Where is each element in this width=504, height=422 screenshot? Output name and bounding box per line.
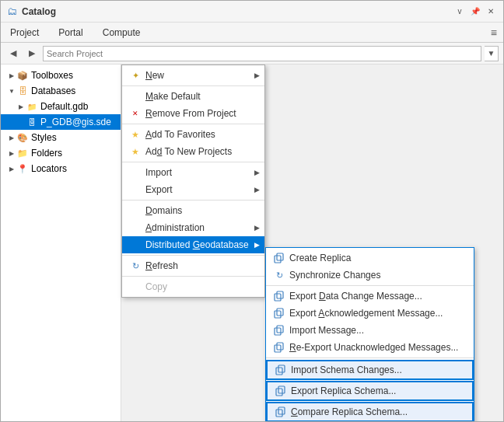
styles-icon: 🎨 (16, 131, 29, 144)
menu-item-import-message[interactable]: Import Message... (266, 322, 474, 339)
search-dropdown-button[interactable]: ▼ (485, 46, 499, 61)
svg-rect-9 (277, 343, 283, 350)
menu-item-remove-from-project[interactable]: ✕ Remove From Project (122, 105, 264, 122)
menu-label-compare-replica-schema: Compare Replica Schema... (291, 406, 408, 417)
menu-item-add-new-projects[interactable]: ★ Add To New Projects (122, 143, 264, 160)
back-button[interactable]: ◀ (5, 46, 21, 61)
forward-button[interactable]: ▶ (24, 46, 40, 61)
menu-item-refresh[interactable]: ↻ Refresh (122, 257, 264, 274)
svg-rect-1 (277, 253, 283, 260)
tree-panel: ▶ 📦 Toolboxes ▼ 🗄 Databases ▶ 📁 Default.… (1, 65, 121, 421)
menu-item-add-favorites[interactable]: ★ Add To Favorites (122, 126, 264, 143)
tree-item-p-gdb-sde[interactable]: 🗄 P_GDB@gis.sde (1, 114, 121, 130)
tree-arrow-toolboxes: ▶ (7, 71, 16, 80)
import-msg-icon (272, 324, 286, 337)
svg-rect-2 (275, 294, 281, 301)
menu-label-remove: Remove From Project (145, 108, 236, 119)
remove-icon: ✕ (128, 107, 142, 120)
svg-rect-12 (276, 389, 282, 396)
toolbar: ◀ ▶ ▼ (1, 43, 503, 65)
menu-label-add-new-projects: Add To New Projects (145, 146, 232, 157)
tree-label-folders: Folders (31, 148, 62, 159)
tree-item-databases[interactable]: ▼ 🗄 Databases (1, 83, 121, 99)
make-default-icon (128, 90, 142, 103)
window-title: Catalog (22, 6, 56, 17)
folders-icon: 📁 (16, 147, 29, 159)
default-gdb-icon: 📁 (26, 100, 38, 113)
menu-item-synchronize-changes[interactable]: ↻ Synchronize Changes (266, 267, 474, 284)
copy-icon (128, 281, 142, 293)
tab-project[interactable]: Project (1, 24, 49, 41)
tree-label-databases: Databases (31, 85, 75, 96)
distributed-geodatabase-submenu: Create Replica ↻ Synchronize Changes (265, 247, 474, 421)
tab-bar: Project Portal Compute ≡ (1, 23, 503, 43)
title-bar-right: v 📌 ✕ (453, 5, 497, 18)
submenu-separator-2 (266, 357, 474, 358)
menu-item-export-data-change[interactable]: Export Data Change Message... (266, 288, 474, 305)
menu-item-compare-replica-schema[interactable]: Compare Replica Schema... (266, 402, 474, 421)
svg-rect-10 (276, 368, 282, 375)
svg-rect-15 (278, 407, 285, 414)
tree-arrow-default-gdb: ▶ (16, 102, 26, 111)
menu-item-export[interactable]: Export ▶ (122, 181, 264, 198)
tree-label-toolboxes: Toolboxes (31, 70, 73, 81)
menu-label-export: Export (145, 184, 173, 195)
import-arrow-icon: ▶ (254, 169, 260, 176)
export-data-icon (272, 290, 286, 302)
content-area: ▶ 📦 Toolboxes ▼ 🗄 Databases ▶ 📁 Default.… (1, 65, 503, 421)
new-arrow-icon: ▶ (254, 71, 260, 79)
close-button[interactable]: ✕ (485, 5, 497, 18)
svg-rect-8 (275, 345, 281, 352)
svg-rect-3 (277, 291, 283, 298)
menu-item-new[interactable]: ✦ New ▶ (122, 67, 264, 84)
svg-rect-4 (275, 311, 281, 318)
catalog-window: 🗂 Catalog v 📌 ✕ Project Portal Compute ≡… (0, 0, 504, 422)
svg-rect-5 (277, 309, 283, 316)
menu-item-make-default[interactable]: Make Default (122, 88, 264, 105)
menu-item-import-schema-changes[interactable]: Import Schema Changes... (266, 360, 474, 380)
title-bar-left: 🗂 Catalog (7, 5, 56, 17)
tab-portal[interactable]: Portal (49, 24, 93, 41)
chevron-down-icon: ▼ (488, 49, 495, 58)
svg-rect-11 (278, 365, 285, 372)
databases-icon: 🗄 (16, 85, 29, 97)
menu-item-create-replica[interactable]: Create Replica (266, 249, 474, 267)
search-input[interactable] (43, 46, 481, 61)
distributed-geo-icon (128, 239, 142, 251)
menu-label-re-export: Re-Export Unacknowledged Messages... (289, 342, 458, 353)
menu-label-distributed-geodatabase: Distributed Geodatabase (145, 239, 249, 250)
import-icon (128, 166, 142, 179)
menu-label-add-favorites: Add To Favorites (145, 129, 215, 140)
menu-label-import-message: Import Message... (289, 325, 364, 336)
tree-label-default-gdb: Default.gdb (40, 101, 88, 112)
menu-item-import[interactable]: Import ▶ (122, 164, 264, 181)
menu-label-make-default: Make Default (145, 91, 201, 102)
export-icon (128, 183, 142, 196)
primary-context-menu: ✦ New ▶ Make Default ✕ Remove From Proje… (121, 65, 265, 298)
menu-label-new: New (145, 70, 164, 81)
tree-item-locators[interactable]: ▶ 📍 Locators (1, 161, 121, 176)
tree-item-default-gdb[interactable]: ▶ 📁 Default.gdb (1, 99, 121, 114)
sync-icon: ↻ (272, 269, 286, 281)
tree-item-toolboxes[interactable]: ▶ 📦 Toolboxes (1, 68, 121, 83)
menu-item-administration[interactable]: Administration ▶ (122, 219, 264, 236)
tree-arrow-databases: ▼ (7, 86, 16, 96)
menu-label-synchronize-changes: Synchronize Changes (289, 270, 380, 281)
right-panel: ✦ New ▶ Make Default ✕ Remove From Proje… (121, 65, 503, 421)
menu-item-domains[interactable]: Domains (122, 202, 264, 219)
tab-compute[interactable]: Compute (93, 24, 151, 41)
minimize-button[interactable]: v (453, 5, 466, 18)
menu-item-export-replica-schema[interactable]: Export Replica Schema... (266, 381, 474, 401)
pin-button[interactable]: 📌 (469, 5, 481, 18)
tree-item-folders[interactable]: ▶ 📁 Folders (1, 145, 121, 161)
svg-rect-13 (278, 386, 285, 393)
hamburger-menu[interactable]: ≡ (485, 23, 503, 42)
menu-item-re-export-unacknowledged[interactable]: Re-Export Unacknowledged Messages... (266, 339, 474, 356)
menu-item-export-acknowledgement[interactable]: Export Acknowledgement Message... (266, 305, 474, 322)
menu-item-distributed-geodatabase[interactable]: Distributed Geodatabase ▶ (122, 236, 264, 253)
svg-rect-7 (277, 326, 283, 333)
re-export-icon (272, 341, 286, 354)
tree-label-locators: Locators (31, 163, 67, 174)
tree-item-styles[interactable]: ▶ 🎨 Styles (1, 130, 121, 145)
menu-label-import: Import (145, 167, 172, 178)
